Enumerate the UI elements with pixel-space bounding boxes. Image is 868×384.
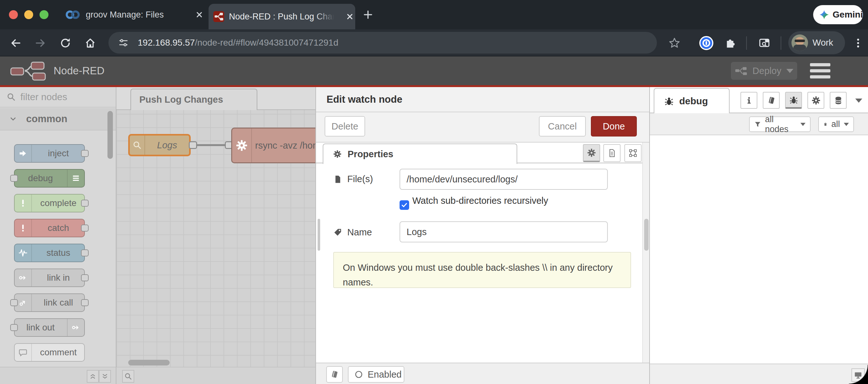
flow-canvas[interactable]: Push Log Changes Logs rsync -avz /hom (116, 87, 315, 384)
password-manager-icon[interactable] (699, 36, 714, 50)
filter-nodes-input[interactable] (21, 92, 103, 102)
sidebar-tab-debug-button[interactable] (785, 92, 802, 109)
canvas-horizontal-scrollbar[interactable] (128, 360, 169, 365)
extensions-puzzle-icon[interactable] (724, 37, 736, 49)
browser-menu-kebab-icon[interactable] (852, 37, 864, 49)
palette-scrollbar[interactable] (107, 111, 113, 159)
reload-icon[interactable] (59, 37, 71, 49)
new-tab-button[interactable] (362, 9, 374, 21)
palette-node-link-call[interactable]: link call (14, 293, 85, 312)
flow-tab-push-log-changes[interactable]: Push Log Changes (130, 89, 257, 110)
sidebar-tab-help-button[interactable] (763, 92, 780, 109)
palette-node-catch[interactable]: catch (14, 219, 85, 237)
tab-search-icon[interactable] (758, 37, 770, 49)
recursive-checkbox[interactable] (400, 200, 409, 210)
bookmark-star-icon[interactable] (669, 37, 681, 49)
palette-category-common[interactable]: common (0, 108, 116, 130)
palette-node-link-out[interactable]: link out (14, 318, 85, 337)
deploy-label: Deploy (752, 66, 781, 76)
site-settings-icon[interactable] (118, 37, 129, 48)
palette-node-debug[interactable]: debug (14, 169, 85, 187)
palette-node-inject[interactable]: inject (14, 144, 85, 163)
files-input[interactable] (407, 174, 598, 185)
sidebar-tab-debug[interactable]: debug (654, 88, 730, 113)
comment-icon (15, 344, 32, 361)
sidebar-tab-info-button[interactable] (740, 92, 757, 109)
info-icon (745, 96, 753, 105)
input-port[interactable] (10, 299, 18, 306)
tag-icon (333, 228, 342, 237)
address-bar[interactable]: 192.168.95.57/node-red/#flow/49438100747… (108, 32, 657, 54)
palette-node-status[interactable]: status (14, 244, 85, 262)
output-port[interactable] (81, 225, 89, 232)
tab-properties[interactable]: Properties (323, 144, 517, 164)
node-red-favicon (213, 11, 224, 22)
output-port[interactable] (81, 150, 89, 157)
cancel-button[interactable]: Cancel (539, 116, 586, 137)
nodered-logo (9, 61, 49, 81)
appearance-view-button[interactable] (624, 144, 642, 162)
sidebar-more-tabs-caret[interactable] (855, 98, 862, 103)
canvas-node-logs-watch[interactable]: Logs (128, 134, 191, 156)
name-input[interactable] (407, 227, 598, 237)
close-tab-icon[interactable] (194, 10, 204, 20)
input-port[interactable] (10, 324, 18, 331)
description-view-button[interactable] (603, 144, 621, 162)
profile-button[interactable]: Work (788, 31, 845, 54)
book-icon (767, 96, 776, 105)
tray-scrollbar[interactable] (644, 219, 649, 251)
bug-icon (789, 95, 799, 105)
palette-node-complete[interactable]: complete (14, 194, 85, 212)
file-icon (333, 175, 342, 184)
expand-all-button[interactable] (99, 370, 111, 383)
files-input-box (400, 169, 608, 190)
main-menu-button[interactable] (810, 63, 830, 79)
collapse-all-button[interactable] (87, 370, 99, 383)
gemini-button[interactable]: Gemini (813, 5, 863, 24)
flow-tab-bar: Push Log Changes (116, 87, 315, 110)
debug-filter-button[interactable]: all nodes (749, 116, 811, 132)
enabled-label: Enabled (368, 369, 401, 380)
sidebar-tab-config-button[interactable] (807, 92, 824, 109)
tray-scroll-track[interactable] (642, 143, 650, 363)
docs-button[interactable] (326, 366, 343, 383)
output-port[interactable] (81, 299, 89, 306)
tray-tab-row: Properties (316, 143, 650, 163)
done-button[interactable]: Done (591, 116, 637, 137)
double-chevron-down-icon (101, 372, 109, 381)
maximize-window-button[interactable] (39, 10, 49, 19)
zoom-search-button[interactable] (122, 370, 134, 383)
logs-output-port[interactable] (189, 141, 197, 149)
tray-toolbar: Delete Cancel Done (316, 112, 650, 143)
output-port[interactable] (81, 200, 89, 207)
deploy-button[interactable]: Deploy (731, 62, 797, 80)
browser-tab-nodered-active[interactable]: Node-RED : Push Log Change (209, 4, 355, 29)
recursive-checkbox-label[interactable]: Watch sub-directories recursively (412, 196, 548, 206)
palette-node-comment[interactable]: comment (14, 343, 85, 362)
output-port[interactable] (81, 274, 89, 281)
palette-footer (0, 367, 116, 384)
delete-button[interactable]: Delete (324, 116, 365, 137)
palette-node-link-in[interactable]: link in (14, 269, 85, 287)
home-icon[interactable] (84, 37, 96, 49)
forward-icon[interactable] (34, 37, 46, 49)
browser-tab-groov[interactable]: groov Manage: Files (65, 0, 206, 29)
minimize-window-button[interactable] (24, 10, 33, 19)
deploy-caret-icon[interactable] (786, 69, 794, 73)
toolbar-divider (746, 36, 747, 50)
back-icon[interactable] (9, 37, 22, 49)
input-port[interactable] (10, 175, 18, 182)
canvas-node-exec-rsync[interactable]: rsync -avz /hom (231, 127, 315, 163)
url-text: 192.168.95.57/node-red/#flow/49438100747… (138, 38, 338, 48)
close-window-button[interactable] (9, 10, 18, 19)
debug-clear-button[interactable]: all (818, 116, 854, 132)
properties-view-button[interactable] (583, 144, 600, 162)
close-tab-icon[interactable] (345, 12, 354, 21)
enabled-toggle-button[interactable]: Enabled (348, 366, 404, 383)
palette-search[interactable] (0, 87, 116, 108)
debug-message-list[interactable] (650, 135, 868, 363)
sidebar-tab-context-button[interactable] (830, 92, 847, 109)
tray-resize-handle[interactable] (318, 219, 320, 251)
tab-title: Node-RED : Push Log Change (229, 12, 334, 22)
output-port[interactable] (81, 249, 89, 257)
